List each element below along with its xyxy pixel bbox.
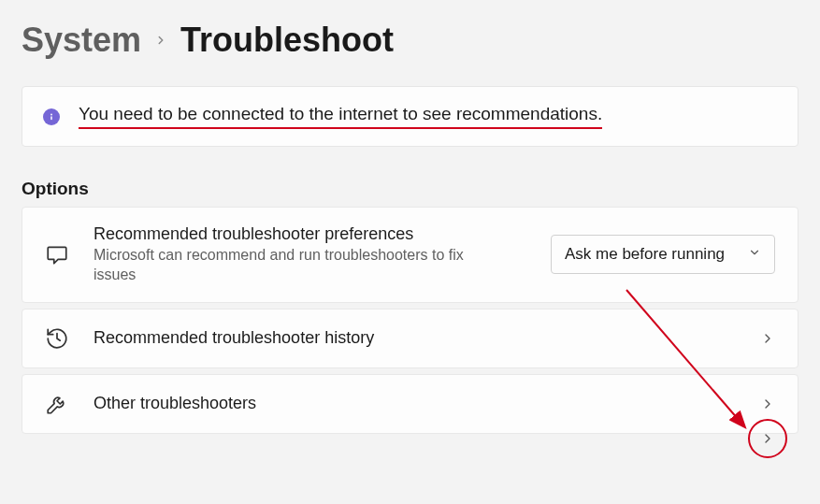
wrench-icon: [45, 392, 69, 416]
history-icon: [45, 326, 69, 351]
pref-title: Recommended troubleshooter preferences: [94, 224, 526, 244]
info-banner-text: You need to be connected to the internet…: [79, 104, 602, 129]
svg-point-0: [50, 113, 52, 115]
other-troubleshooters-row[interactable]: Other troubleshooters: [22, 374, 798, 434]
breadcrumb: System Troubleshoot: [22, 21, 798, 60]
pref-dropdown[interactable]: Ask me before running: [551, 235, 775, 274]
chevron-down-icon: [748, 245, 761, 264]
chevron-right-icon: [760, 396, 775, 411]
chevron-right-icon: [760, 331, 775, 346]
info-icon: [43, 108, 60, 125]
other-title: Other troubleshooters: [94, 394, 736, 413]
troubleshooter-history-row[interactable]: Recommended troubleshooter history: [22, 309, 798, 368]
breadcrumb-parent[interactable]: System: [22, 21, 141, 60]
pref-desc: Microsoft can recommend and run troubles…: [94, 246, 505, 285]
chat-icon: [45, 242, 69, 266]
page-title: Troubleshoot: [180, 21, 394, 60]
chevron-right-icon: [154, 34, 167, 47]
section-heading-options: Options: [22, 179, 798, 199]
svg-rect-1: [50, 116, 52, 120]
troubleshooter-preferences-row: Recommended troubleshooter preferences M…: [22, 207, 798, 303]
pref-dropdown-value: Ask me before running: [565, 245, 725, 264]
info-banner: You need to be connected to the internet…: [22, 86, 798, 147]
history-title: Recommended troubleshooter history: [94, 328, 736, 348]
